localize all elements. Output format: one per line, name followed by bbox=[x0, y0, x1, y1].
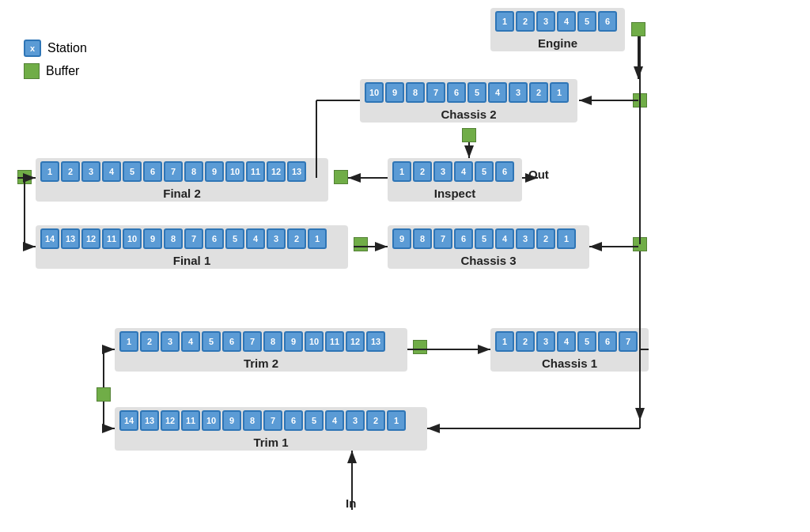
final1-label: Final 1 bbox=[36, 254, 348, 267]
station-cell: 6 bbox=[454, 228, 473, 249]
station-cell: 12 bbox=[81, 228, 100, 249]
station-cell: 6 bbox=[222, 331, 241, 352]
station-cell: 6 bbox=[447, 82, 466, 103]
group-final1: 1413121110987654321 Final 1 bbox=[36, 225, 348, 269]
group-chassis1: 1234567 Chassis 1 bbox=[490, 328, 649, 372]
chassis3-label: Chassis 3 bbox=[388, 254, 589, 267]
station-cell: 5 bbox=[123, 161, 142, 182]
buffer-chassis2-right bbox=[633, 93, 647, 108]
station-cell: 5 bbox=[577, 331, 596, 352]
buffer-engine-right bbox=[631, 22, 645, 36]
station-cell: 1 bbox=[557, 228, 576, 249]
engine-stations: 123456 bbox=[495, 11, 620, 32]
station-cell: 8 bbox=[243, 410, 262, 431]
station-cell: 5 bbox=[475, 228, 494, 249]
station-cell: 4 bbox=[325, 410, 344, 431]
buffer-chassis3-right bbox=[633, 237, 647, 251]
station-cell: 2 bbox=[61, 161, 80, 182]
station-cell: 3 bbox=[536, 331, 555, 352]
station-cell: 11 bbox=[325, 331, 344, 352]
station-cell: 7 bbox=[433, 228, 452, 249]
station-cell: 2 bbox=[140, 331, 159, 352]
legend-station-box: x bbox=[24, 40, 41, 57]
diagram-container: x Station Buffer 123456 Engine 109876543… bbox=[0, 0, 810, 532]
station-cell: 7 bbox=[426, 82, 445, 103]
station-cell: 5 bbox=[305, 410, 324, 431]
station-cell: 5 bbox=[225, 228, 244, 249]
station-cell: 7 bbox=[164, 161, 183, 182]
station-cell: 14 bbox=[40, 228, 59, 249]
group-engine: 123456 Engine bbox=[490, 8, 625, 51]
group-inspect: 123456 Inspect bbox=[388, 158, 522, 202]
station-cell: 13 bbox=[140, 410, 159, 431]
station-cell: 13 bbox=[61, 228, 80, 249]
station-cell: 2 bbox=[516, 331, 535, 352]
station-cell: 1 bbox=[495, 331, 514, 352]
station-cell: 9 bbox=[143, 228, 162, 249]
trim1-label: Trim 1 bbox=[115, 436, 427, 449]
station-cell: 8 bbox=[413, 228, 432, 249]
chassis1-stations: 1234567 bbox=[495, 331, 644, 352]
trim2-stations: 12345678910111213 bbox=[119, 331, 403, 352]
station-cell: 10 bbox=[365, 82, 384, 103]
station-cell: 8 bbox=[263, 331, 282, 352]
station-cell: 4 bbox=[454, 161, 473, 182]
station-cell: 5 bbox=[202, 331, 221, 352]
out-label: Out bbox=[528, 168, 549, 181]
legend-buffer-label: Buffer bbox=[46, 64, 79, 78]
station-cell: 3 bbox=[536, 11, 555, 32]
station-cell: 9 bbox=[222, 410, 241, 431]
station-cell: 6 bbox=[205, 228, 224, 249]
inspect-stations: 123456 bbox=[392, 161, 517, 182]
station-cell: 3 bbox=[433, 161, 452, 182]
station-cell: 6 bbox=[598, 11, 617, 32]
station-cell: 1 bbox=[119, 331, 138, 352]
station-cell: 6 bbox=[143, 161, 162, 182]
station-cell: 13 bbox=[366, 331, 385, 352]
station-cell: 10 bbox=[202, 410, 221, 431]
chassis2-label: Chassis 2 bbox=[360, 108, 577, 121]
legend-station-label: Station bbox=[47, 41, 87, 55]
station-cell: 11 bbox=[181, 410, 200, 431]
station-cell: 1 bbox=[308, 228, 327, 249]
station-cell: 7 bbox=[619, 331, 638, 352]
station-cell: 4 bbox=[495, 228, 514, 249]
station-cell: 6 bbox=[284, 410, 303, 431]
station-cell: 8 bbox=[164, 228, 183, 249]
buffer-final1-chassis3 bbox=[354, 237, 368, 251]
station-cell: 1 bbox=[40, 161, 59, 182]
buffer-final2-inspect bbox=[334, 170, 348, 184]
chassis2-stations: 10987654321 bbox=[365, 82, 573, 103]
trim2-label: Trim 2 bbox=[115, 357, 407, 370]
station-cell: 9 bbox=[392, 228, 411, 249]
inspect-label: Inspect bbox=[388, 187, 522, 200]
station-cell: 6 bbox=[598, 331, 617, 352]
station-cell: 4 bbox=[557, 331, 576, 352]
station-cell: 4 bbox=[488, 82, 507, 103]
station-cell: 4 bbox=[246, 228, 265, 249]
station-cell: 12 bbox=[346, 331, 365, 352]
station-cell: 1 bbox=[387, 410, 406, 431]
station-cell: 9 bbox=[205, 161, 224, 182]
engine-label: Engine bbox=[490, 36, 625, 50]
station-cell: 1 bbox=[392, 161, 411, 182]
station-cell: 3 bbox=[267, 228, 286, 249]
station-cell: 10 bbox=[305, 331, 324, 352]
final2-stations: 12345678910111213 bbox=[40, 161, 324, 182]
station-cell: 2 bbox=[287, 228, 306, 249]
group-final2: 12345678910111213 Final 2 bbox=[36, 158, 328, 202]
legend: x Station Buffer bbox=[24, 40, 87, 85]
station-cell: 4 bbox=[181, 331, 200, 352]
group-trim2: 12345678910111213 Trim 2 bbox=[115, 328, 407, 372]
station-cell: 13 bbox=[287, 161, 306, 182]
station-cell: 3 bbox=[346, 410, 365, 431]
buffer-trim2-left bbox=[97, 387, 111, 402]
station-cell: 11 bbox=[102, 228, 121, 249]
station-cell: 5 bbox=[467, 82, 486, 103]
station-cell: 2 bbox=[516, 11, 535, 32]
group-chassis2: 10987654321 Chassis 2 bbox=[360, 79, 577, 123]
station-cell: 7 bbox=[184, 228, 203, 249]
station-cell: 2 bbox=[366, 410, 385, 431]
group-chassis3: 987654321 Chassis 3 bbox=[388, 225, 589, 269]
station-cell: 6 bbox=[495, 161, 514, 182]
